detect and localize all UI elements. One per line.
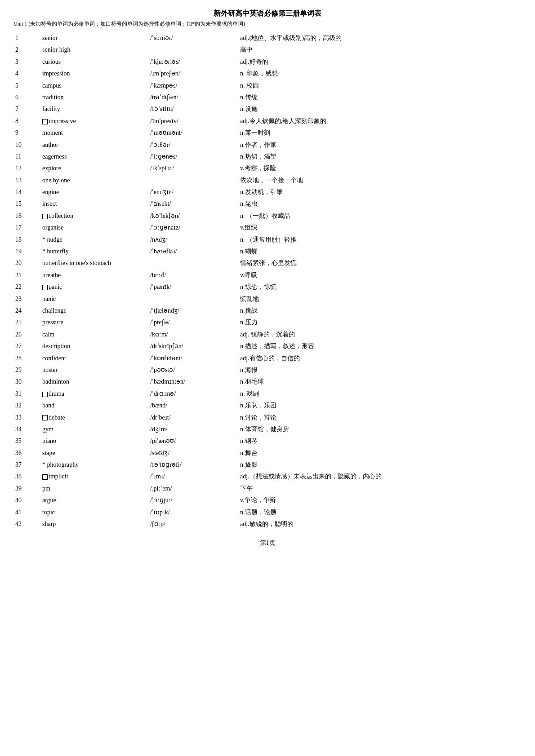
word-text: senior high	[42, 46, 71, 53]
table-row: 35piano/piˈænəʊ/n.钢琴	[13, 435, 522, 447]
word-entry: pm	[40, 483, 148, 495]
word-text: engine	[42, 189, 59, 195]
word-phonetic: /ˈɔːɡənaɪz/	[148, 222, 238, 234]
word-text: eagerness	[42, 153, 67, 160]
word-text: description	[42, 343, 70, 349]
word-number: 20	[13, 257, 40, 269]
word-text: author	[42, 141, 58, 148]
word-meaning: 慌乱地	[238, 293, 522, 305]
word-meaning: n.体育馆，健身房	[238, 424, 522, 435]
word-number: 35	[13, 435, 40, 447]
word-phonetic: /ˈpəʊstə/	[148, 364, 238, 376]
word-meaning: adj.(地位、水平或级别)高的，高级的	[238, 32, 522, 44]
word-number: 12	[13, 163, 40, 174]
word-number: 25	[13, 317, 40, 328]
word-meaning: n.舞台	[238, 447, 522, 459]
word-text: argue	[42, 497, 56, 504]
word-entry: impression	[40, 68, 148, 80]
checkbox-icon	[42, 119, 48, 124]
word-entry: eagerness	[40, 151, 148, 163]
word-text: topic	[42, 509, 55, 516]
word-phonetic: /ˈbædmɪntən/	[148, 376, 238, 388]
word-phonetic: /ˈtɒpɪk/	[148, 507, 238, 518]
table-row: 36stage/steɪdʒ/n.舞台	[13, 447, 522, 459]
word-phonetic: /ɪmˈpreʃən/	[148, 68, 238, 80]
table-row: 14engine/ˈendʒɪn/n.发动机，引擎	[13, 186, 522, 198]
word-text: butterflies in one's stomach	[42, 260, 111, 266]
word-entry: breathe	[40, 270, 148, 281]
table-row: 3curious/ˈkjuːəriəs/adj.好奇的	[13, 56, 522, 68]
word-entry: implicit	[40, 471, 148, 482]
word-text: impression	[42, 70, 70, 77]
word-phonetic: /ˈɪmɪ/	[148, 471, 238, 482]
table-row: 26calm/kɑːm/adj. 镇静的，沉着的	[13, 329, 522, 340]
table-row: 40argue/ˈɔːɡjuː/v.争论，争辩	[13, 495, 522, 506]
word-phonetic: /ˈɔːθər/	[148, 139, 238, 151]
table-row: 18* nudge/nʌdʒ/n. （通常用肘）轻推	[13, 234, 522, 246]
word-entry: debate	[40, 412, 148, 424]
checkbox-icon	[42, 474, 48, 480]
word-entry: butterflies in one's stomach	[40, 257, 148, 269]
word-text: moment	[42, 129, 63, 136]
word-entry: stage	[40, 447, 148, 459]
word-entry: moment	[40, 127, 148, 139]
word-text: piano	[42, 438, 56, 444]
table-row: 31drama/ˈdrɑːmə/n. 戏剧	[13, 388, 522, 400]
word-phonetic: /ɪkˈsplɔː/	[148, 163, 238, 174]
word-phonetic: /ˈkæmpəs/	[148, 80, 238, 92]
word-phonetic	[148, 257, 238, 269]
word-meaning: adj.敏锐的，聪明的	[238, 518, 522, 530]
word-phonetic: /ˈbʌtəflaɪ/	[148, 246, 238, 257]
word-text: calm	[42, 331, 54, 338]
word-text: facility	[42, 106, 60, 112]
word-text: panic	[49, 283, 62, 290]
word-meaning: n.作者，作家	[238, 139, 522, 151]
table-row: 23panic慌乱地	[13, 293, 522, 305]
word-meaning: n.压力	[238, 317, 522, 328]
word-number: 28	[13, 353, 40, 364]
word-meaning: n.发动机，引擎	[238, 186, 522, 198]
word-number: 6	[13, 92, 40, 103]
word-meaning: n.话题，论题	[238, 507, 522, 518]
table-row: 17organise/ˈɔːɡənaɪz/v.组织	[13, 222, 522, 234]
word-meaning: n.挑战	[238, 305, 522, 317]
word-number: 27	[13, 340, 40, 352]
word-text: sharp	[42, 521, 56, 527]
table-row: 10author/ˈɔːθər/n.作者，作家	[13, 139, 522, 151]
word-phonetic: /briːð/	[148, 270, 238, 281]
word-entry: drama	[40, 388, 148, 400]
word-number: 21	[13, 270, 40, 281]
word-number: 7	[13, 103, 40, 115]
asterisk-marker: *	[42, 461, 47, 468]
page-footer: 第1页	[13, 539, 522, 547]
word-phonetic: /dʒɪm/	[148, 424, 238, 435]
word-text: implicit	[49, 473, 68, 480]
word-meaning: n.昆虫	[238, 198, 522, 210]
word-meaning: n.传统	[238, 92, 522, 103]
word-entry: band	[40, 400, 148, 411]
word-meaning: n.描述，描写，叙述，形容	[238, 340, 522, 352]
table-row: 8impressive/ɪmˈpresɪv/adj.令人钦佩的,给人深刻印象的	[13, 115, 522, 127]
word-text: insect	[42, 200, 57, 207]
word-phonetic: /ˈiːɡənəs/	[148, 151, 238, 163]
word-meaning: n. （一批）收藏品	[238, 210, 522, 222]
table-row: 7facility/fəˈsɪlɪti/n.设施	[13, 103, 522, 115]
word-entry: insect	[40, 198, 148, 210]
word-entry: calm	[40, 329, 148, 340]
word-entry: senior	[40, 32, 148, 44]
word-phonetic: /ʃɑːp/	[148, 518, 238, 530]
asterisk-marker: *	[42, 248, 47, 255]
word-text: campus	[42, 82, 62, 89]
table-row: 37* photography/fəˈtɒɡrəfi/n.摄影	[13, 459, 522, 471]
word-number: 32	[13, 400, 40, 411]
word-text: curious	[42, 58, 61, 65]
word-text: pm	[42, 485, 50, 492]
word-meaning: n. （通常用肘）轻推	[238, 234, 522, 246]
table-row: 5campus/ˈkæmpəs/n. 校园	[13, 80, 522, 92]
word-text: stage	[42, 450, 55, 456]
word-number: 38	[13, 471, 40, 482]
word-number: 15	[13, 198, 40, 210]
word-text: confident	[42, 355, 66, 362]
word-number: 2	[13, 44, 40, 56]
word-phonetic: /ˈdrɑːmə/	[148, 388, 238, 400]
